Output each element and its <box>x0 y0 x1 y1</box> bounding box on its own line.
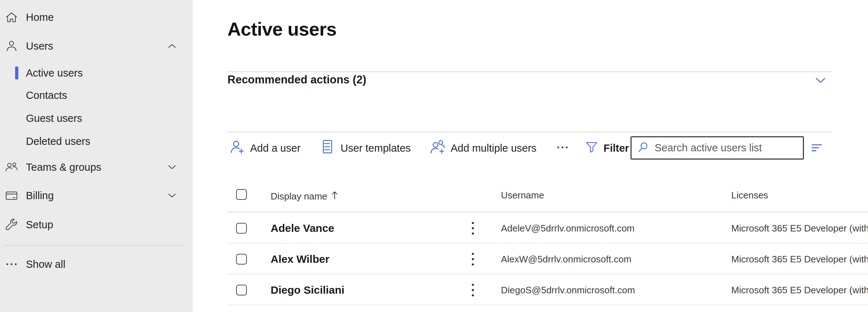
recommended-actions-label: Recommended actions (2) <box>227 73 366 86</box>
username-cell: AdeleV@5drrlv.onmicrosoft.com <box>501 223 634 234</box>
command-label: User templates <box>340 142 411 154</box>
add-multiple-users-icon <box>429 139 446 158</box>
sidebar-item-label: Deleted users <box>26 136 90 147</box>
add-multiple-users-button[interactable]: Add multiple users <box>429 139 537 158</box>
display-name-cell[interactable]: Adele Vance <box>271 222 334 234</box>
people-icon <box>4 160 19 174</box>
chevron-up-icon[interactable] <box>166 40 178 52</box>
search-icon <box>636 140 650 156</box>
user-templates-button[interactable]: User templates <box>319 139 411 158</box>
column-header-username[interactable]: Username <box>501 190 544 201</box>
sort-lines-icon[interactable] <box>810 141 824 157</box>
table-row: Adele Vance AdeleV@5drrlv.onmicrosoft.co… <box>193 213 868 244</box>
section-divider <box>227 71 832 72</box>
sidebar-item-billing[interactable]: Billing <box>0 181 193 210</box>
page-title: Active users <box>227 18 336 40</box>
user-templates-icon <box>319 139 336 158</box>
sort-ascending-arrow-icon <box>330 190 339 203</box>
username-cell: AlexW@5drrlv.onmicrosoft.com <box>501 254 632 265</box>
ellipsis-icon <box>555 140 570 156</box>
wrench-icon <box>4 217 19 232</box>
sidebar-item-label: Billing <box>26 190 54 202</box>
row-more-actions-icon[interactable] <box>471 282 475 298</box>
column-header-display-name[interactable]: Display name <box>271 190 339 203</box>
sidebar-item-label: Show all <box>26 258 65 270</box>
select-all-checkbox[interactable] <box>236 189 247 200</box>
billing-card-icon <box>4 188 19 203</box>
sidebar: Home Users Active users Contacts Guest u… <box>0 0 193 312</box>
row-more-actions-icon[interactable] <box>471 251 475 267</box>
filter-label: Filter <box>603 142 629 154</box>
sidebar-item-show-all[interactable]: Show all <box>0 250 193 279</box>
sidebar-item-label: Teams & groups <box>26 161 101 173</box>
licenses-cell: Microsoft 365 E5 Developer (withou <box>731 285 868 296</box>
person-icon <box>4 39 19 53</box>
home-icon <box>4 10 19 24</box>
section-divider <box>227 132 832 133</box>
table-row: Diego Siciliani DiegoS@5drrlv.onmicrosof… <box>193 275 868 306</box>
sidebar-item-label: Home <box>26 12 54 23</box>
sidebar-item-label: Guest users <box>26 113 82 124</box>
username-cell: DiegoS@5drrlv.onmicrosoft.com <box>501 285 635 296</box>
column-label: Display name <box>271 191 327 202</box>
sidebar-item-label: Users <box>26 40 53 52</box>
row-checkbox[interactable] <box>236 285 247 295</box>
command-label: Add multiple users <box>451 142 537 154</box>
filter-funnel-icon <box>584 140 599 156</box>
command-label: Add a user <box>250 142 300 154</box>
chevron-down-icon[interactable] <box>813 73 828 89</box>
sidebar-item-deleted-users[interactable]: Deleted users <box>0 130 193 152</box>
sidebar-item-teams-groups[interactable]: Teams & groups <box>0 153 193 182</box>
row-checkbox[interactable] <box>236 223 247 234</box>
sidebar-item-guest-users[interactable]: Guest users <box>0 107 193 129</box>
chevron-down-icon[interactable] <box>166 161 178 173</box>
row-checkbox[interactable] <box>236 254 247 265</box>
row-divider <box>227 304 868 306</box>
column-header-licenses[interactable]: Licenses <box>731 190 768 201</box>
display-name-cell[interactable]: Alex Wilber <box>271 253 329 265</box>
row-more-actions-icon[interactable] <box>471 220 475 236</box>
display-name-cell[interactable]: Diego Siciliani <box>271 284 344 296</box>
sidebar-item-setup[interactable]: Setup <box>0 210 193 239</box>
main-content: Active users Recommended actions (2) Add… <box>193 0 868 312</box>
search-input[interactable] <box>654 142 799 154</box>
column-label: Username <box>501 190 544 201</box>
sidebar-item-label: Contacts <box>26 90 67 101</box>
sidebar-item-active-users[interactable]: Active users <box>0 62 193 84</box>
licenses-cell: Microsoft 365 E5 Developer (withou <box>731 254 868 265</box>
more-actions-button[interactable] <box>555 140 570 156</box>
active-indicator <box>15 66 18 79</box>
search-box[interactable] <box>630 136 804 160</box>
filter-button[interactable]: Filter <box>584 137 629 160</box>
chevron-down-icon[interactable] <box>166 190 178 201</box>
recommended-actions-header[interactable]: Recommended actions (2) <box>227 73 832 91</box>
ellipsis-icon <box>4 257 19 271</box>
sidebar-item-home[interactable]: Home <box>0 3 193 32</box>
sidebar-item-label: Active users <box>26 67 83 79</box>
licenses-cell: Microsoft 365 E5 Developer (withou <box>731 223 868 234</box>
add-a-user-button[interactable]: Add a user <box>229 139 300 158</box>
sidebar-item-contacts[interactable]: Contacts <box>0 84 193 106</box>
add-user-icon <box>229 139 245 158</box>
command-bar: Add a user User templates Add multiple u… <box>229 137 570 160</box>
column-label: Licenses <box>731 190 768 201</box>
sidebar-divider <box>3 245 184 246</box>
table-row: Alex Wilber AlexW@5drrlv.onmicrosoft.com… <box>193 244 868 275</box>
sidebar-item-users[interactable]: Users <box>0 32 193 60</box>
sidebar-item-label: Setup <box>26 219 53 231</box>
